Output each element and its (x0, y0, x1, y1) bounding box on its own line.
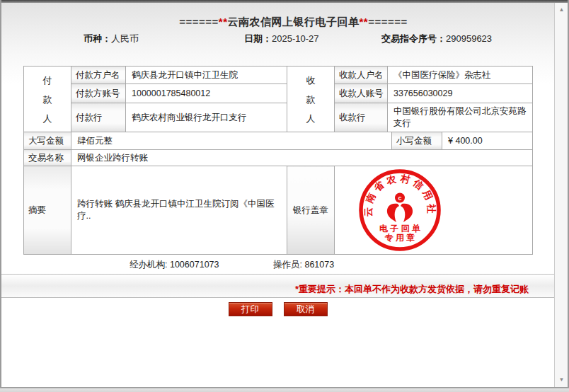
agency-field: 经办机构: 1006071073 (130, 259, 219, 271)
credit-coop-logo-icon: c (387, 193, 413, 223)
summary-table: 摘要 跨行转账 鹤庆县龙开口镇中江卫生院订阅《中国医疗.. 银行盖章 (23, 166, 533, 255)
title-eq-right: ====== (368, 16, 408, 28)
transaction-name-value: 网银企业跨行转账 (71, 150, 533, 166)
scrollbar-down-arrow[interactable]: ▼ (555, 374, 568, 386)
payee-account-label: 收款人账号 (335, 84, 388, 103)
payee-name-value: 《中国医疗保险》杂志社 (388, 67, 533, 84)
payer-account-value: 1000001785480012 (126, 84, 287, 103)
window-frame-bottom (0, 387, 569, 392)
transaction-name-label: 交易名称 (24, 150, 71, 166)
title-stars-left: ** (219, 16, 228, 28)
summary-value: 跨行转账 鹤庆县龙开口镇中江卫生院订阅《中国医疗.. (71, 166, 287, 255)
payer-bank-value: 鹤庆农村商业银行龙开口支行 (126, 103, 287, 132)
notice-band: *重要提示：本回单不作为收款方发货依据，请勿重复记账 (1, 275, 554, 298)
agency-value: 1006071073 (170, 260, 219, 270)
operator-label: 操作员: (273, 260, 302, 270)
bank-stamp-label: 银行盖章 (287, 166, 335, 255)
electronic-seal-stamp: 云南省农村信用社 c 电 子 回 单 专 用 章 (357, 168, 442, 253)
amount-digits-label: 小写金额 (392, 132, 442, 150)
currency-field: 币种：人民币 (84, 33, 139, 45)
date-field: 日期：2025-10-27 (244, 33, 319, 45)
vertical-scrollbar[interactable]: ▲ ▼ (554, 3, 568, 387)
payee-bank-value: 中国银行股份有限公司北京安苑路支行 (388, 103, 533, 132)
serial-label: 交易指令序号： (381, 33, 446, 44)
summary-label: 摘要 (24, 166, 71, 255)
serial-value: 290959623 (446, 33, 492, 44)
payer-section-label: 付款人 (42, 71, 52, 128)
receipt-page: ======**云南农信网上银行电子回单**====== 币种：人民币 日期：2… (1, 3, 554, 387)
receipt-table: 付款人 付款方户名 鹤庆县龙开口镇中江卫生院 收款人 收款人户名 《中国医疗保险… (23, 66, 532, 255)
agency-label: 经办机构: (130, 260, 167, 270)
amount-words-value: 肆佰元整 (71, 132, 392, 150)
payee-account-value: 337656030029 (388, 84, 533, 103)
button-row: 打印 取消 (1, 302, 554, 316)
svg-text:c: c (398, 195, 401, 202)
payee-bank-label: 收款行 (335, 103, 388, 132)
payee-section-cell: 收款人 (287, 67, 335, 132)
scrollbar-up-arrow[interactable]: ▲ (555, 4, 568, 16)
payee-section-label: 收款人 (306, 71, 316, 128)
title-stars-right: ** (360, 16, 369, 28)
currency-label: 币种： (84, 33, 111, 44)
serial-field: 交易指令序号：290959623 (381, 33, 492, 45)
meta-row: 币种：人民币 日期：2025-10-27 交易指令序号：290959623 (1, 33, 554, 45)
stamp-line1: 电 子 回 单 (379, 224, 420, 234)
transaction-table: 交易名称 网银企业跨行转账 (23, 149, 533, 166)
payer-name-label: 付款方户名 (71, 67, 126, 84)
amount-digits-value: ¥ 400.00 (442, 132, 533, 150)
operator-value: 861073 (304, 260, 334, 270)
important-notice: *重要提示：本回单不作为收款方发货依据，请勿重复记账 (295, 283, 529, 296)
payer-section-cell: 付款人 (24, 67, 71, 132)
date-value: 2025-10-27 (272, 33, 319, 44)
operator-field: 操作员: 861073 (273, 259, 334, 271)
print-button[interactable]: 打印 (229, 302, 272, 316)
date-label: 日期： (244, 33, 272, 44)
payee-name-label: 收款人户名 (335, 67, 388, 84)
payer-name-value: 鹤庆县龙开口镇中江卫生院 (126, 67, 287, 84)
page-title: ======**云南农信网上银行电子回单**====== (1, 16, 554, 29)
payer-account-label: 付款方账号 (71, 84, 126, 103)
currency-value: 人民币 (111, 33, 139, 44)
stamp-line2: 专 用 章 (384, 233, 415, 243)
parties-table: 付款人 付款方户名 鹤庆县龙开口镇中江卫生院 收款人 收款人户名 《中国医疗保险… (23, 66, 533, 132)
operator-row: 经办机构: 1006071073 操作员: 861073 (1, 254, 554, 275)
amount-table: 大写金额 肆佰元整 小写金额 ¥ 400.00 (23, 132, 533, 150)
cancel-button[interactable]: 取消 (284, 302, 328, 316)
receipt-window: ======**云南农信网上银行电子回单**====== 币种：人民币 日期：2… (0, 0, 569, 392)
payer-bank-label: 付款行 (71, 103, 126, 132)
amount-words-label: 大写金额 (24, 132, 71, 150)
title-eq-left: ====== (179, 16, 219, 28)
title-text: 云南农信网上银行电子回单 (228, 16, 360, 28)
